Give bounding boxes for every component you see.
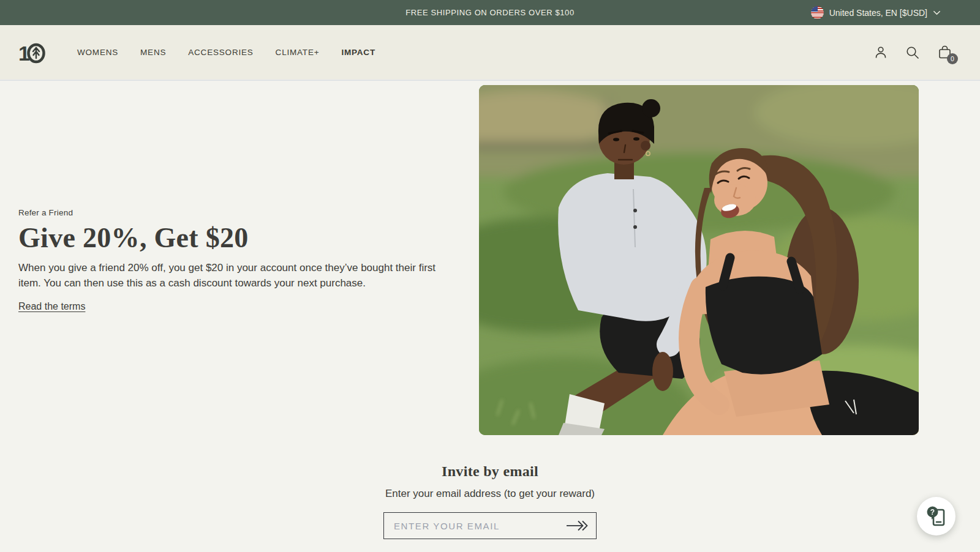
hero-description: When you give a friend 20% off, you get … <box>18 260 450 291</box>
nav-item-womens[interactable]: WOMENS <box>77 48 118 57</box>
hero-eyebrow: Refer a Friend <box>18 208 454 217</box>
site-header: 1 WOMENS MENS ACCESSORIES CLIMATE+ IMPAC… <box>0 25 980 80</box>
submit-email-button[interactable] <box>566 519 588 532</box>
invite-subheading: Enter your email address (to get your re… <box>385 488 595 500</box>
help-question-mark: ? <box>930 508 934 517</box>
hero-photo <box>479 85 919 435</box>
tentree-logo[interactable]: 1 <box>18 39 45 67</box>
help-chat-button[interactable]: ? <box>917 497 956 535</box>
email-input[interactable] <box>394 521 566 531</box>
hero-title: Give 20%, Get $20 <box>18 222 454 254</box>
nav-item-mens[interactable]: MENS <box>140 48 166 57</box>
invite-heading: Invite by email <box>442 463 538 480</box>
account-button[interactable] <box>871 43 891 62</box>
nav-item-impact[interactable]: IMPACT <box>341 48 375 57</box>
locale-label: United States, EN [$USD] <box>829 8 927 18</box>
read-terms-link[interactable]: Read the terms <box>18 301 454 312</box>
hero-photo-illustration <box>479 85 919 435</box>
tentree-logo-icon: 1 <box>18 39 45 67</box>
chevron-down-icon <box>933 9 941 17</box>
account-icon <box>873 45 889 61</box>
refer-a-friend-hero: Refer a Friend Give 20%, Get $20 When yo… <box>0 80 980 435</box>
nav-item-accessories[interactable]: ACCESSORIES <box>188 48 253 57</box>
announcement-bar: FREE SHIPPING ON ORDERS OVER $100 United… <box>0 0 980 25</box>
cart-button[interactable]: 0 <box>935 43 954 62</box>
us-flag-icon <box>811 6 824 19</box>
search-icon <box>905 45 921 61</box>
arrow-right-icon <box>566 519 588 532</box>
search-button[interactable] <box>903 43 922 62</box>
email-input-group <box>383 512 597 539</box>
locale-selector[interactable]: United States, EN [$USD] <box>811 0 941 25</box>
announcement-text: FREE SHIPPING ON ORDERS OVER $100 <box>405 8 575 17</box>
help-chat-icon: ? <box>926 505 947 528</box>
main-nav: WOMENS MENS ACCESSORIES CLIMATE+ IMPACT <box>77 48 375 57</box>
invite-by-email-section: Invite by email Enter your email address… <box>0 463 980 539</box>
nav-item-climate[interactable]: CLIMATE+ <box>276 48 320 57</box>
cart-count-badge: 0 <box>947 53 958 64</box>
